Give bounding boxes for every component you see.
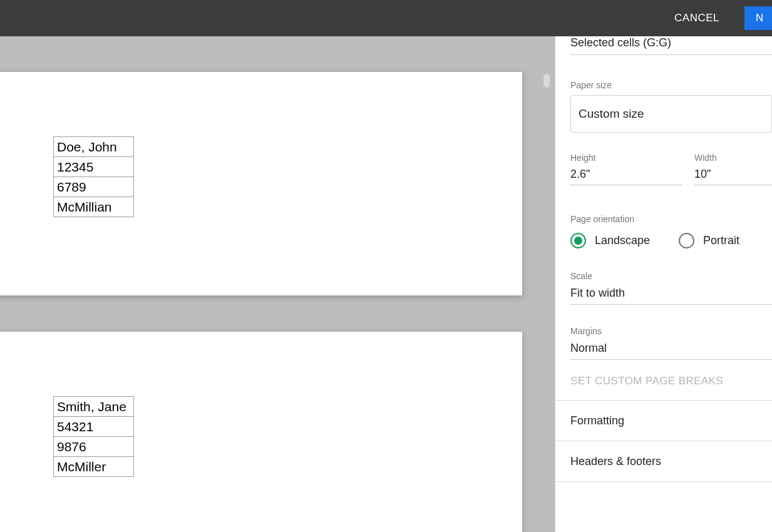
top-toolbar: CANCEL N (0, 0, 772, 36)
print-settings-sidebar: Selected cells (G:G) Paper size Custom s… (555, 36, 772, 532)
preview-cell-range: Smith, Jane 54321 9876 McMiller (53, 396, 134, 477)
formatting-expander[interactable]: Formatting (570, 401, 772, 441)
preview-cell: 54321 (54, 417, 134, 437)
preview-page: Doe, John 12345 6789 McMillian (0, 72, 522, 295)
headers-footers-expander[interactable]: Headers & footers (570, 441, 772, 481)
paper-size-label: Paper size (570, 80, 772, 90)
preview-cell: 9876 (54, 437, 134, 457)
print-preview-pane: Doe, John 12345 6789 McMillian Smith, Ja… (0, 36, 555, 532)
preview-cell: McMiller (54, 457, 134, 477)
height-input[interactable] (570, 164, 682, 185)
preview-cell: 6789 (54, 177, 134, 197)
orientation-portrait-radio[interactable]: Portrait (679, 233, 739, 248)
orientation-portrait-label: Portrait (703, 234, 739, 247)
height-label: Height (570, 153, 682, 163)
width-input[interactable] (694, 164, 772, 185)
preview-page: Smith, Jane 54321 9876 McMiller (0, 332, 522, 532)
next-button[interactable]: N (744, 6, 772, 30)
preview-cell: McMillian (54, 197, 134, 217)
cancel-button[interactable]: CANCEL (663, 6, 731, 31)
orientation-label: Page orientation (570, 214, 772, 224)
scale-label: Scale (570, 271, 772, 281)
paper-size-select[interactable]: Custom size (570, 95, 772, 133)
margins-label: Margins (570, 326, 772, 336)
width-label: Width (694, 153, 772, 163)
preview-cell: Smith, Jane (54, 397, 134, 417)
print-range-selector[interactable]: Selected cells (G:G) (570, 36, 772, 55)
preview-cell: Doe, John (54, 137, 134, 157)
preview-scrollbar-thumb[interactable] (543, 74, 550, 88)
orientation-landscape-radio[interactable]: Landscape (570, 233, 650, 248)
margins-select[interactable]: Normal (570, 337, 772, 360)
preview-cell-range: Doe, John 12345 6789 McMillian (53, 136, 134, 217)
preview-cell: 12345 (54, 157, 134, 177)
scale-select[interactable]: Fit to width (570, 282, 772, 305)
orientation-landscape-label: Landscape (595, 234, 650, 247)
radio-icon (570, 233, 586, 248)
radio-icon (679, 233, 694, 248)
set-custom-page-breaks-button[interactable]: SET CUSTOM PAGE BREAKS (570, 375, 772, 387)
